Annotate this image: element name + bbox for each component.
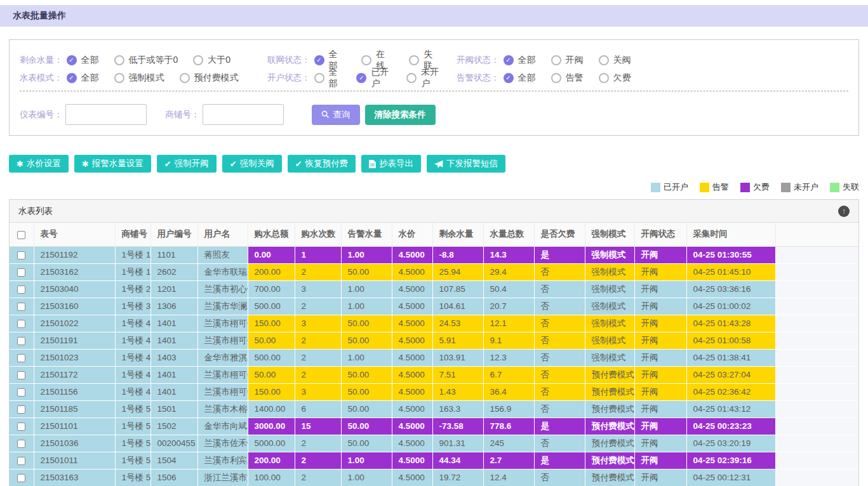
radio-option-label: 预付费模式 xyxy=(194,72,239,84)
table-cell: 兰溪市栩可锁业 xyxy=(197,315,248,332)
action-button[interactable]: ✔强制开阀 xyxy=(157,155,217,173)
radio-checked-icon[interactable] xyxy=(504,55,514,65)
table-cell: 1400.00 xyxy=(248,400,295,417)
row-checkbox[interactable] xyxy=(17,423,25,431)
radio-unchecked-icon[interactable] xyxy=(551,55,561,65)
radio-unchecked-icon[interactable] xyxy=(361,55,371,65)
table-cell: 1.00 xyxy=(341,298,392,315)
table-cell: 开阀 xyxy=(634,263,686,280)
table-cell: 0.00 xyxy=(248,246,295,263)
table-cell: 兰溪市华澜工贸 xyxy=(197,298,248,315)
action-button-label: 下发报警短信 xyxy=(446,158,498,169)
row-checkbox[interactable] xyxy=(17,440,25,448)
radio-checked-icon[interactable] xyxy=(67,73,77,83)
row-checkbox[interactable] xyxy=(17,457,25,465)
action-button-label: 强制关阀 xyxy=(240,158,274,169)
meter-number-input[interactable] xyxy=(65,104,147,125)
table-cell-empty xyxy=(775,332,858,349)
table-cell: 12.3 xyxy=(483,349,534,366)
radio-checked-icon[interactable] xyxy=(67,55,77,65)
radio-unchecked-icon[interactable] xyxy=(114,55,124,65)
row-checkbox[interactable] xyxy=(17,251,25,259)
collapse-up-button[interactable]: ↑ xyxy=(838,206,850,217)
table-cell: 04-25 02:36:42 xyxy=(686,383,775,400)
column-header: 采集时间 xyxy=(686,223,775,246)
table-cell: 金华市雅淇工贸 xyxy=(197,349,248,366)
row-checkbox[interactable] xyxy=(17,268,25,277)
row-checkbox[interactable] xyxy=(17,286,25,294)
table-cell: 4.5000 xyxy=(392,400,432,417)
table-cell: 1201 xyxy=(150,280,197,298)
table-cell: 1号楼 402 xyxy=(115,332,150,349)
clear-search-button[interactable]: 清除搜索条件 xyxy=(365,105,436,125)
radio-checked-icon[interactable] xyxy=(314,55,324,65)
radio-unchecked-icon[interactable] xyxy=(314,73,324,83)
table-cell: 21503160 xyxy=(34,298,115,315)
column-header: 开阀状态 xyxy=(634,223,686,246)
radio-option[interactable]: 预付费模式 xyxy=(180,72,239,84)
action-button[interactable]: 抄表导出 xyxy=(361,155,421,173)
radio-unchecked-icon[interactable] xyxy=(409,55,419,65)
table-cell: 否 xyxy=(534,435,585,452)
column-header: 购水总额 xyxy=(248,223,295,246)
legend-item: 未开户 xyxy=(781,181,818,193)
radio-unchecked-icon[interactable] xyxy=(551,73,561,83)
row-checkbox[interactable] xyxy=(17,354,25,362)
radio-option[interactable]: 全部 xyxy=(314,67,342,89)
radio-option[interactable]: 全部 xyxy=(504,72,536,84)
radio-option[interactable]: 全部 xyxy=(67,55,99,66)
radio-unchecked-icon[interactable] xyxy=(114,73,124,83)
table-cell: 开阀 xyxy=(634,417,686,435)
row-checkbox[interactable] xyxy=(17,371,25,379)
radio-option[interactable]: 未开户 xyxy=(406,67,441,89)
table-cell: 50.00 xyxy=(248,366,295,383)
table-cell-empty xyxy=(775,383,858,400)
radio-unchecked-icon[interactable] xyxy=(193,55,203,65)
row-checkbox[interactable] xyxy=(17,303,25,311)
action-button[interactable]: ✱报警水量设置 xyxy=(74,155,151,173)
action-button[interactable]: ✔强制关阀 xyxy=(222,155,282,173)
radio-option[interactable]: 告警 xyxy=(551,72,584,84)
radio-option[interactable]: 强制模式 xyxy=(114,72,164,84)
action-button[interactable]: ✱水价设置 xyxy=(9,155,69,173)
filter-group-label: 开阀状态： xyxy=(457,55,500,66)
shop-number-input[interactable] xyxy=(203,104,284,125)
row-checkbox[interactable] xyxy=(17,388,25,397)
row-checkbox[interactable] xyxy=(17,405,25,414)
radio-option[interactable]: 欠费 xyxy=(599,72,631,84)
radio-option[interactable]: 低于或等于0 xyxy=(114,55,178,66)
table-cell: 1号楼 504 xyxy=(115,452,150,469)
column-header: 用户编号 xyxy=(150,223,197,246)
row-checkbox[interactable] xyxy=(17,474,25,482)
row-checkbox[interactable] xyxy=(17,320,25,328)
radio-unchecked-icon[interactable] xyxy=(406,73,417,83)
radio-option[interactable]: 开阀 xyxy=(551,55,584,66)
radio-option[interactable]: 关阀 xyxy=(599,55,631,66)
radio-option[interactable]: 大于0 xyxy=(193,55,230,66)
radio-option[interactable]: 全部 xyxy=(67,72,99,84)
radio-option[interactable]: 已开户 xyxy=(356,67,391,89)
radio-checked-icon[interactable] xyxy=(356,73,366,83)
table-row: 215011921号楼 1011101蒋照友0.0011.004.5000-8.… xyxy=(10,246,858,263)
radio-unchecked-icon[interactable] xyxy=(599,55,609,65)
radio-checked-icon[interactable] xyxy=(504,73,514,83)
select-all-checkbox[interactable] xyxy=(17,231,25,239)
action-button[interactable]: ✔恢复预付费 xyxy=(288,155,356,173)
table-cell: 21501185 xyxy=(34,400,115,417)
radio-option-label: 全部 xyxy=(329,67,342,89)
radio-option[interactable]: 全部 xyxy=(504,55,536,66)
table-cell: 开阀 xyxy=(634,435,686,452)
row-checkbox[interactable] xyxy=(17,337,25,345)
table-cell-empty xyxy=(775,435,858,452)
table-cell: 开阀 xyxy=(634,366,686,383)
action-button-label: 恢复预付费 xyxy=(305,158,349,169)
query-button[interactable]: 查询 xyxy=(312,105,360,125)
radio-unchecked-icon[interactable] xyxy=(599,73,609,83)
table-cell: 兰溪市栩可锁业 xyxy=(197,366,248,383)
table-cell: 901.31 xyxy=(432,435,483,452)
radio-unchecked-icon[interactable] xyxy=(180,73,190,83)
action-button[interactable]: 下发报警短信 xyxy=(427,155,505,173)
table-cell: 1号楼 405 xyxy=(115,366,150,383)
gear-icon: ✱ xyxy=(82,160,89,168)
table-cell: 245 xyxy=(483,435,534,452)
